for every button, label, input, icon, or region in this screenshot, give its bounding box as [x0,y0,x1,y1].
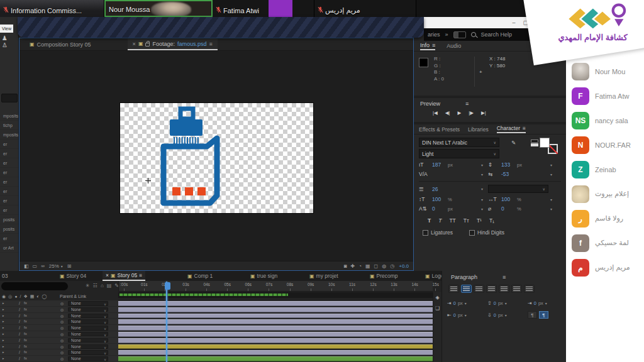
layer-track[interactable] [118,331,433,337]
project-item[interactable]: posits [0,215,18,224]
align-last-left-button[interactable] [486,285,497,293]
quality-icon[interactable]: / [19,338,20,343]
space-after-field[interactable]: ⇩0px▾ [487,311,528,319]
layer-row[interactable]: ▸/fx◎None∨ [0,349,441,356]
parent-dropdown[interactable]: None∨ [68,332,108,337]
column-header-icon[interactable]: ◎ [8,294,12,299]
layer-duration-bar[interactable] [118,350,433,355]
column-header-icon[interactable]: ● [14,294,17,299]
timeline-tab[interactable]: ▣Precomp [370,271,398,281]
timeline-switch-icon[interactable]: ▤ [107,283,112,288]
justify-full-button[interactable] [524,285,535,293]
work-area-bar[interactable] [118,292,433,298]
tool-icons[interactable]: ♟ ♙ [2,35,18,48]
project-item[interactable]: mposits [0,111,18,121]
project-item[interactable]: tichp [0,121,18,130]
chevron-down-icon[interactable]: ▾ [481,207,483,211]
small-caps-button[interactable]: Tᴛ [464,217,469,224]
workspace-icon[interactable] [453,31,466,38]
pickwhip-icon[interactable]: ◎ [60,301,64,305]
project-item[interactable]: er [0,206,18,215]
participant-row[interactable]: NSnancy sala [572,108,644,133]
search-help-field[interactable]: Search Help [481,31,513,38]
project-item[interactable]: er [0,234,18,243]
playhead-line[interactable] [166,282,167,362]
quality-icon[interactable]: / [19,314,20,318]
layer-track[interactable] [118,325,433,331]
pickwhip-icon[interactable]: ◎ [60,344,64,349]
participant-row[interactable]: ZZeinab [572,157,644,182]
expand-arrow-icon[interactable]: ▸ [3,319,4,323]
column-header-icon[interactable]: ◯ [42,294,47,299]
tsume-field[interactable]: ⌀ 0 % ▾ [488,206,557,212]
timeline-side-icon[interactable]: ❏ [435,305,440,311]
video-tile[interactable]: Information Commiss... [0,0,104,17]
font-style-dropdown[interactable]: Light∨ [419,149,499,158]
align-left-button[interactable] [448,285,459,293]
timeline-tab[interactable]: ▣true sign [250,271,277,281]
project-item[interactable]: er [0,177,18,187]
ltr-direction-button[interactable]: ¶ [528,311,537,319]
layer-duration-bar[interactable] [118,344,433,349]
viewer-canvas[interactable] [120,103,313,213]
layer-duration-bar[interactable] [118,314,433,319]
viewer-tool-icon[interactable]: ✚ [350,263,355,269]
parent-dropdown[interactable]: None∨ [68,356,108,361]
column-header-icon[interactable]: ◐ [36,294,39,299]
layer-track[interactable] [118,307,433,313]
project-item[interactable]: posits [0,224,18,234]
parent-dropdown[interactable]: None∨ [68,338,108,343]
align-center-button[interactable] [461,285,472,293]
layer-duration-bar[interactable] [118,356,433,361]
parent-dropdown[interactable]: None∨ [68,326,108,331]
layer-row[interactable]: ▸/fx◎None∨ [0,307,441,313]
align-last-right-button[interactable] [511,285,522,293]
baseline-shift-field[interactable]: A⇅ 0 px ▾ [419,206,488,212]
panel-menu-icon[interactable]: ≡ [523,125,526,131]
panel-menu-icon[interactable]: ≡ [139,272,142,278]
indent-left-field[interactable]: ⇥0px▾ [447,300,487,306]
fx-badge[interactable]: fx [24,314,27,317]
align-right-button[interactable] [474,285,484,293]
layer-duration-bar[interactable] [118,338,433,343]
tab-libraries[interactable]: Libraries [468,126,489,133]
layer-track[interactable] [118,300,433,307]
time-ruler[interactable]: :00s01s02s03s04s05s06s07s08s09s10s11s12s… [118,281,433,292]
chevron-down-icon[interactable]: ▾ [550,197,552,202]
close-icon[interactable]: × [133,41,136,47]
fx-badge[interactable]: fx [24,326,27,329]
all-caps-button[interactable]: TT [449,217,455,224]
faux-italic-button[interactable]: T [438,217,441,224]
layer-duration-bar[interactable] [118,319,433,324]
hindi-digits-checkbox[interactable]: Hindi Digits [469,229,504,236]
timeline-tab[interactable]: 03 [2,271,8,281]
viewer-tool-icon[interactable]: ∞ [41,263,45,269]
video-tile[interactable]: مريم إدريس [314,0,416,17]
exposure-value[interactable]: +0.0 [399,263,409,269]
expand-arrow-icon[interactable]: ▸ [3,338,4,342]
quality-icon[interactable]: / [19,344,20,349]
pickwhip-icon[interactable]: ◎ [60,332,64,336]
first-line-indent-field[interactable]: ⇥0px▾ [528,300,564,306]
project-item[interactable]: er [0,158,18,168]
fill-stroke-mini-swatches[interactable] [531,140,538,146]
indent-right-field[interactable]: ⇤0px▾ [447,311,487,319]
quality-icon[interactable]: / [19,307,20,312]
layer-row[interactable]: ▸/fx◎None∨ [0,344,441,350]
parent-dropdown[interactable]: None∨ [68,314,108,319]
layer-row[interactable]: ▸/fx◎None∨ [0,313,441,319]
tab-info[interactable]: Info≡ [420,42,435,50]
expand-arrow-icon[interactable]: ▸ [3,356,4,360]
fx-badge[interactable]: fx [24,307,27,311]
zoom-level-dropdown[interactable]: 25% ▾ [49,263,63,269]
pickwhip-icon[interactable]: ◎ [60,356,64,361]
align-last-center-button[interactable] [499,285,509,293]
participant-row[interactable]: إعلام بيروت [572,182,644,206]
ligatures-checkbox[interactable]: Ligatures [423,229,453,236]
panel-menu-icon[interactable]: ≡ [209,41,213,47]
minimize-button[interactable]: – [512,19,515,26]
chevron-down-icon[interactable]: ▾ [481,163,483,167]
viewer-tool-icon[interactable]: ◻ [374,263,379,269]
viewer-tool-icon[interactable]: ◍ [382,263,386,269]
timeline-tab[interactable]: ×▣Story 05≡ [103,271,145,281]
